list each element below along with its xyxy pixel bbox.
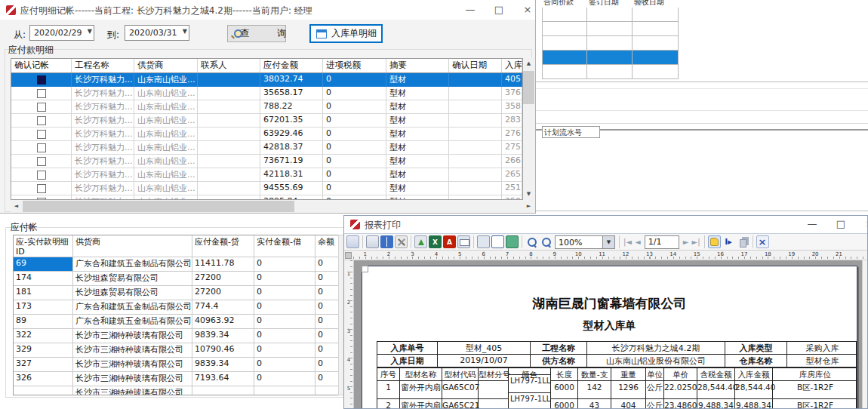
scroll-up-icon[interactable]: ▲ — [523, 58, 534, 69]
report-preview-area[interactable]: 12345 湖南巨晟门窗幕墙有限公司 型材入库单 入库单号 型材_405 工程名… — [344, 260, 867, 408]
horizontal-scrollbar[interactable]: ◄ ► — [11, 201, 534, 212]
export-mail-icon[interactable] — [457, 235, 470, 248]
single-page-icon[interactable] — [491, 235, 504, 248]
column-header[interactable]: 供货商 — [73, 235, 192, 257]
print-layout-icon[interactable] — [477, 235, 490, 248]
text-select-tool-icon[interactable]: I▸ — [722, 235, 735, 248]
table-row[interactable]: 长沙万科魅力... 山东南山铝业... 63929.46 0 型材 276 — [11, 128, 522, 141]
confirm-checkbox[interactable] — [37, 116, 46, 125]
contract-table-row[interactable] — [542, 8, 679, 22]
titlebar[interactable]: 应付明细记帐------当前工程: 长沙万科魅力之城4.2期------当前用户… — [0, 0, 535, 20]
close-button[interactable]: × — [858, 216, 868, 232]
multi-page-icon[interactable] — [506, 235, 519, 248]
confirm-checkbox[interactable] — [37, 143, 46, 152]
column-header[interactable]: 确认记帐 — [11, 59, 72, 72]
zoom-out-icon[interactable] — [540, 235, 553, 248]
contract-table-row[interactable] — [542, 36, 679, 51]
to-date-combobox[interactable]: 2020/03/31 ▼ — [125, 25, 189, 41]
table-row[interactable]: 69 广东合和建筑五金制品有限公司 11411.78 0 0 — [14, 257, 343, 272]
first-page-button[interactable]: |◄ — [623, 238, 632, 246]
confirm-checkbox[interactable] — [37, 198, 46, 201]
column-header[interactable]: 工程名称 — [72, 59, 134, 72]
confirm-checkbox[interactable] — [37, 89, 46, 98]
close-preview-icon[interactable]: × — [756, 235, 769, 248]
maximize-button[interactable]: □ — [830, 216, 852, 232]
scrollbar-thumb[interactable] — [23, 201, 294, 212]
table-row[interactable]: 长沙万科魅力... 山东南山铝业... 788.22 0 型材 358 — [11, 100, 522, 114]
hand-tool-icon[interactable] — [708, 235, 721, 248]
prev-page-button[interactable]: ◄ — [635, 238, 641, 246]
contract-table-row[interactable] — [542, 65, 679, 79]
table-row[interactable]: 89 广东合和建筑五金制品有限公司 40963.92 0 0 — [14, 315, 343, 329]
scroll-left-icon[interactable]: ◄ — [11, 201, 22, 212]
confirm-checkbox[interactable] — [37, 75, 46, 85]
maximize-button[interactable]: □ — [488, 2, 510, 17]
column-header[interactable]: 联系人 — [198, 59, 260, 72]
chevron-down-icon[interactable]: ▼ — [88, 28, 92, 35]
tools-icon[interactable] — [395, 235, 408, 248]
table-row[interactable]: 长沙万科魅力... 山东南山铝业... 73671.19 0 型材 266 — [11, 155, 522, 168]
table-row[interactable]: 181 长沙坦森贸易有限公司 27200 0 0 — [14, 286, 343, 300]
table-row[interactable]: 322 长沙市三湘特种玻璃有限公司 9839.34 0 0 — [14, 329, 343, 343]
print-icon[interactable] — [366, 235, 379, 248]
ruler-number: 12 — [614, 251, 637, 257]
contract-table-row[interactable] — [542, 51, 679, 65]
minimize-button[interactable]: — — [801, 216, 823, 232]
inbound-detail-button[interactable]: 入库单明细 — [309, 24, 383, 43]
table-row[interactable]: 长沙万科魅力... 山东南山铝业... 67201.35 0 型材 283 — [11, 114, 522, 128]
confirm-checkbox[interactable] — [37, 171, 46, 180]
column-header[interactable]: 应-实付款明细ID — [14, 235, 73, 257]
zoom-in-icon[interactable] — [525, 235, 538, 248]
chevron-down-icon[interactable]: ▼ — [602, 236, 614, 248]
table-row[interactable]: 长沙万科魅力... 山东南山铝业... 35658.17 0 型材 376 — [11, 87, 522, 100]
export-excel-icon[interactable]: X — [429, 235, 442, 248]
export-image-icon[interactable] — [414, 235, 427, 248]
column-header[interactable]: 入库 — [502, 59, 522, 72]
vertical-scrollbar[interactable]: ▲ ▼ — [523, 58, 534, 200]
scroll-right-icon[interactable]: ► — [523, 201, 534, 212]
column-header[interactable]: 实付金额-借 — [254, 235, 315, 257]
minimize-button[interactable]: — — [459, 2, 482, 17]
table-row[interactable]: 长沙万科魅力... 山东南山铝业... 3895.84 0 型材 250 — [11, 195, 522, 200]
book-preview-icon[interactable] — [380, 235, 393, 248]
confirm-checkbox[interactable] — [37, 130, 46, 139]
export-pdf-icon[interactable]: A — [443, 235, 456, 248]
table-row[interactable]: 长沙万科魅力... 山东南山铝业... 94555.69 0 型材 251 — [11, 182, 522, 195]
column-header[interactable]: 应付金额-贷 — [192, 235, 254, 257]
last-page-button[interactable]: ►| — [691, 238, 700, 246]
contract-table-row[interactable] — [542, 22, 679, 36]
group-label-payable-account: 应付帐 — [11, 221, 38, 234]
next-page-button[interactable]: ► — [683, 238, 689, 246]
confirm-checkbox[interactable] — [37, 184, 46, 193]
ruler-number: 2 — [377, 251, 400, 257]
chevron-down-icon[interactable]: ▼ — [183, 28, 187, 35]
table-row[interactable]: 长沙万科魅力... 山东南山铝业... 38032.74 0 型材 405 — [11, 73, 522, 87]
table-row[interactable]: 326 长沙市三湘特种玻璃有限公司 7193.64 0 0 — [14, 372, 343, 386]
preview-scrollbar[interactable] — [862, 260, 867, 408]
table-row[interactable]: 长沙市三湘特种玻璃有限公司 — [14, 386, 343, 395]
titlebar[interactable]: 报表打印 — □ × — [344, 216, 867, 234]
scrollbar-thumb[interactable] — [523, 71, 534, 104]
table-row[interactable]: 327 长沙市三湘特种玻璃有限公司 9839.34 0 0 — [14, 358, 343, 372]
page-indicator[interactable]: 1/1 — [645, 235, 679, 249]
column-header[interactable]: 供货商 — [134, 59, 198, 72]
from-date-combobox[interactable]: 2020/02/29 ▼ — [29, 25, 94, 41]
column-header[interactable]: 摘要 — [386, 59, 449, 72]
confirm-checkbox[interactable] — [37, 157, 46, 166]
table-row[interactable]: 长沙万科魅力... 山东南山铝业... 42818.37 0 型材 275 — [11, 141, 522, 155]
report-title: 型材入库单 — [362, 319, 857, 333]
column-header[interactable]: 应付金额 — [260, 59, 323, 72]
table-row[interactable]: 174 长沙坦森贸易有限公司 27200 0 0 — [14, 272, 343, 286]
table-row[interactable]: 173 广东合和建筑五金制品有限公司 774.4 0 0 — [14, 300, 343, 315]
query-button[interactable]: 查 询 — [227, 25, 286, 42]
table-view-icon[interactable] — [346, 235, 359, 248]
copy-pages-icon[interactable] — [737, 235, 749, 248]
scroll-down-icon[interactable]: ▼ — [523, 189, 534, 200]
confirm-checkbox[interactable] — [37, 103, 46, 112]
column-header[interactable]: 进项税额 — [323, 59, 386, 72]
column-header[interactable]: 确认日期 — [449, 59, 502, 72]
close-button[interactable]: × — [516, 2, 539, 17]
table-row[interactable]: 329 长沙市三湘特种玻璃有限公司 10790.46 0 0 — [14, 343, 343, 358]
table-row[interactable]: 长沙万科魅力... 山东南山铝业... 42118.31 0 型材 265 — [11, 168, 522, 182]
zoom-level-combobox[interactable]: 100% ▼ — [555, 235, 615, 249]
